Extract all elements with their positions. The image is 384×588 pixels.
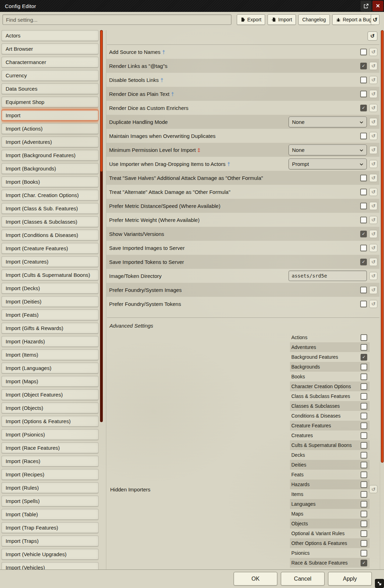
conditions-diseases-checkbox[interactable]: ✓ bbox=[361, 413, 367, 419]
minimum-permission-level-for-import-select[interactable]: None bbox=[289, 145, 367, 155]
sidebar-item-import-maps[interactable]: Import (Maps) bbox=[1, 376, 99, 387]
sidebar-item-import-deities[interactable]: Import (Deities) bbox=[1, 296, 99, 307]
psionics-checkbox[interactable]: ✓ bbox=[361, 550, 367, 556]
image-token-directory-reset-button[interactable]: ↺ bbox=[369, 272, 377, 280]
sidebar-item-import-background-features[interactable]: Import (Background Features) bbox=[1, 150, 99, 161]
sidebar-item-import-object-features[interactable]: Import (Object Features) bbox=[1, 389, 99, 400]
maintain-images-when-overwriting-duplicates-reset-button[interactable]: ↺ bbox=[369, 132, 377, 140]
save-imported-tokens-to-server-reset-button[interactable]: ↺ bbox=[369, 258, 377, 266]
treat-alternate-attack-damage-as-other-formula-reset-button[interactable]: ↺ bbox=[369, 188, 377, 196]
use-importer-when-drag-dropping-items-to-actors-select[interactable]: Prompt bbox=[289, 159, 367, 169]
sidebar-item-data-sources[interactable]: Data Sources bbox=[1, 83, 99, 94]
toolbar-report-a-bug-button[interactable]: Report a Bug bbox=[332, 14, 376, 25]
treat-save-halves-additional-attack-damage-as-other-formula-reset-button[interactable]: ↺ bbox=[369, 174, 377, 182]
sidebar-item-import-table[interactable]: Import (Table) bbox=[1, 509, 99, 520]
search-input[interactable] bbox=[2, 14, 232, 25]
apply-button[interactable]: Apply bbox=[328, 572, 372, 586]
deities-checkbox[interactable]: ✓ bbox=[361, 462, 367, 468]
sidebar-item-import-class-sub-features[interactable]: Import (Class & Sub. Features) bbox=[1, 203, 99, 214]
render-dice-as-plain-text-checkbox[interactable]: ✓ bbox=[360, 91, 367, 97]
prefer-foundry-system-images-reset-button[interactable]: ↺ bbox=[369, 286, 377, 294]
sidebar-item-import-races[interactable]: Import (Races) bbox=[1, 456, 99, 467]
items-checkbox[interactable]: ✓ bbox=[361, 491, 367, 498]
save-imported-images-to-server-checkbox[interactable]: ✓ bbox=[360, 245, 367, 251]
sidebar-item-currency[interactable]: Currency bbox=[1, 70, 99, 81]
adventures-checkbox[interactable]: ✓ bbox=[361, 344, 367, 351]
image-token-directory-input[interactable] bbox=[289, 271, 367, 281]
sidebar-item-import-char-creation-options[interactable]: Import (Char. Creation Options) bbox=[1, 190, 99, 201]
sidebar-item-import-psionics[interactable]: Import (Psionics) bbox=[1, 429, 99, 440]
treat-save-halves-additional-attack-damage-as-other-formula-checkbox[interactable]: ✓ bbox=[360, 175, 367, 181]
hidden-importers-reset-button[interactable]: ↺ bbox=[369, 485, 377, 493]
save-imported-images-to-server-reset-button[interactable]: ↺ bbox=[369, 244, 377, 252]
show-variants-versions-reset-button[interactable]: ↺ bbox=[369, 230, 377, 238]
use-importer-when-drag-dropping-items-to-actors-reset-button[interactable]: ↺ bbox=[369, 160, 377, 168]
maintain-images-when-overwriting-duplicates-checkbox[interactable]: ✓ bbox=[360, 133, 367, 139]
sidebar-item-import[interactable]: Import bbox=[1, 110, 99, 121]
sidebar-item-import-objects[interactable]: Import (Objects) bbox=[1, 402, 99, 413]
disable-5etools-links-reset-button[interactable]: ↺ bbox=[369, 76, 377, 84]
prefer-metric-distance-speed-where-available-reset-button[interactable]: ↺ bbox=[369, 202, 377, 210]
show-variants-versions-checkbox[interactable]: ✓ bbox=[360, 231, 367, 237]
sidebar-item-import-creature-features[interactable]: Import (Creature Features) bbox=[1, 243, 99, 254]
other-options-features-checkbox[interactable]: ✓ bbox=[361, 540, 367, 547]
main-scrollbar-thumb[interactable] bbox=[381, 30, 384, 463]
creatures-checkbox[interactable]: ✓ bbox=[361, 432, 367, 439]
duplicate-handling-mode-select[interactable]: None bbox=[289, 117, 367, 127]
prefer-foundry-system-tokens-reset-button[interactable]: ↺ bbox=[369, 300, 377, 308]
creature-features-checkbox[interactable]: ✓ bbox=[361, 422, 367, 429]
character-creation-options-checkbox[interactable]: ✓ bbox=[361, 383, 367, 390]
save-imported-tokens-to-server-checkbox[interactable]: ✓ bbox=[360, 259, 367, 265]
sidebar-item-import-feats[interactable]: Import (Feats) bbox=[1, 309, 99, 320]
prefer-foundry-system-tokens-checkbox[interactable]: ✓ bbox=[360, 301, 367, 307]
resize-handle[interactable] bbox=[375, 579, 384, 588]
sidebar-item-art-browser[interactable]: Art Browser bbox=[1, 43, 99, 54]
toolbar-reset-button[interactable]: ↺ bbox=[371, 14, 379, 25]
sidebar-item-charactermancer[interactable]: Charactermancer bbox=[1, 57, 99, 68]
sidebar-item-import-traps[interactable]: Import (Traps) bbox=[1, 536, 99, 546]
race-subrace-features-checkbox[interactable]: ✓ bbox=[361, 560, 367, 566]
add-source-to-names-checkbox[interactable]: ✓ bbox=[360, 49, 367, 55]
duplicate-handling-mode-reset-button[interactable]: ↺ bbox=[369, 118, 377, 126]
sidebar-item-import-trap-features[interactable]: Import (Trap Features) bbox=[1, 522, 99, 533]
backgrounds-checkbox[interactable]: ✓ bbox=[361, 364, 367, 370]
sidebar-item-import-conditions-diseases[interactable]: Import (Conditions & Diseases) bbox=[1, 230, 99, 240]
toolbar-export-button[interactable]: Export bbox=[237, 14, 265, 25]
toolbar-import-button[interactable]: Import bbox=[268, 14, 296, 25]
sidebar-item-import-decks[interactable]: Import (Decks) bbox=[1, 283, 99, 294]
maps-checkbox[interactable]: ✓ bbox=[361, 511, 367, 517]
sidebar-item-import-creatures[interactable]: Import (Creatures) bbox=[1, 256, 99, 267]
classes-subclasses-checkbox[interactable]: ✓ bbox=[361, 403, 367, 410]
render-links-as-tag-s-reset-button[interactable]: ↺ bbox=[369, 62, 377, 70]
class-subclass-features-checkbox[interactable]: ✓ bbox=[361, 393, 367, 400]
render-links-as-tag-s-checkbox[interactable]: ✓ bbox=[360, 63, 367, 69]
ok-button[interactable]: OK bbox=[234, 572, 277, 586]
treat-alternate-attack-damage-as-other-formula-checkbox[interactable]: ✓ bbox=[360, 189, 367, 195]
sidebar-item-import-languages[interactable]: Import (Languages) bbox=[1, 363, 99, 373]
prefer-foundry-system-images-checkbox[interactable]: ✓ bbox=[360, 287, 367, 293]
popout-button[interactable] bbox=[361, 1, 371, 11]
objects-checkbox[interactable]: ✓ bbox=[361, 520, 367, 527]
prefer-metric-distance-speed-where-available-checkbox[interactable]: ✓ bbox=[360, 203, 367, 209]
sidebar-item-import-rules[interactable]: Import (Rules) bbox=[1, 482, 99, 493]
sidebar-item-import-adventures[interactable]: Import (Adventures) bbox=[1, 136, 99, 147]
background-features-checkbox[interactable]: ✓ bbox=[361, 354, 367, 360]
render-dice-as-custom-enrichers-reset-button[interactable]: ↺ bbox=[369, 104, 377, 112]
actions-checkbox[interactable]: ✓ bbox=[361, 334, 367, 341]
minimum-permission-level-for-import-reset-button[interactable]: ↺ bbox=[369, 146, 377, 154]
sidebar-item-import-vehicle-upgrades[interactable]: Import (Vehicle Upgrades) bbox=[1, 549, 99, 560]
toolbar-changelog-button[interactable]: Changelog bbox=[298, 14, 330, 25]
sidebar-item-import-spells[interactable]: Import (Spells) bbox=[1, 496, 99, 506]
sidebar-item-actors[interactable]: Actors bbox=[1, 30, 99, 41]
optional-variant-rules-checkbox[interactable]: ✓ bbox=[361, 530, 367, 537]
render-dice-as-plain-text-reset-button[interactable]: ↺ bbox=[369, 90, 377, 98]
languages-checkbox[interactable]: ✓ bbox=[361, 501, 367, 507]
add-source-to-names-reset-button[interactable]: ↺ bbox=[369, 48, 377, 56]
feats-checkbox[interactable]: ✓ bbox=[361, 471, 367, 478]
reset-all-button[interactable]: ↺ bbox=[368, 31, 377, 41]
sidebar-item-import-gifts-rewards[interactable]: Import (Gifts & Rewards) bbox=[1, 323, 99, 334]
render-dice-as-custom-enrichers-checkbox[interactable]: ✓ bbox=[360, 105, 367, 111]
cancel-button[interactable]: Cancel bbox=[281, 572, 325, 586]
disable-5etools-links-checkbox[interactable]: ✓ bbox=[360, 77, 367, 83]
cults-supernatural-boons-checkbox[interactable]: ✓ bbox=[361, 442, 367, 449]
